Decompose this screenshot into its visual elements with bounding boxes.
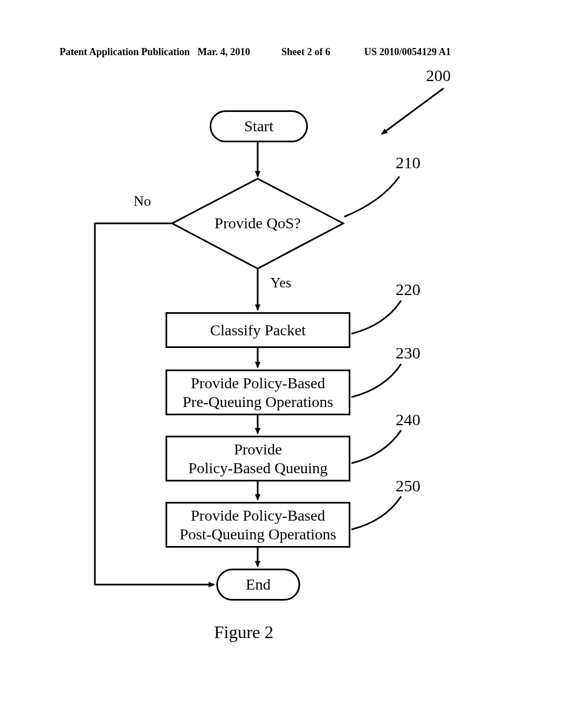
- figure-caption: Figure 2: [214, 622, 274, 643]
- ref-220: 220: [396, 280, 420, 299]
- ref-230: 230: [396, 344, 420, 362]
- process-line: Provide: [234, 440, 282, 459]
- label-no: No: [134, 193, 151, 210]
- svg-line-0: [382, 88, 444, 134]
- process-line: Post-Queuing Operations: [180, 525, 337, 544]
- process-line: Provide Policy-Based: [191, 506, 325, 525]
- flowchart: 200 Start Provide QoS? No Yes 210 Classi…: [73, 72, 492, 623]
- decision-provide-qos: Provide QoS?: [175, 179, 340, 267]
- process-line: Classify Packet: [210, 321, 306, 340]
- header-date: Mar. 4, 2010: [198, 46, 250, 58]
- process-line: Pre-Queuing Operations: [183, 393, 333, 411]
- process-line: Provide Policy-Based: [191, 374, 325, 393]
- process-line: Policy-Based Queuing: [188, 459, 328, 478]
- process-classify-packet: Classify Packet: [166, 312, 350, 348]
- ref-210: 210: [396, 153, 420, 172]
- header-left: Patent Application Publication: [60, 46, 190, 58]
- process-queuing: Provide Policy-Based Queuing: [166, 436, 350, 481]
- process-post-queuing: Provide Policy-Based Post-Queuing Operat…: [166, 502, 350, 548]
- ref-240: 240: [396, 410, 420, 429]
- ref-200: 200: [426, 66, 451, 85]
- process-pre-queuing: Provide Policy-Based Pre-Queuing Operati…: [166, 370, 350, 415]
- ref-250: 250: [396, 477, 420, 495]
- decision-label: Provide QoS?: [175, 179, 340, 267]
- terminal-start: Start: [210, 110, 308, 142]
- header-pubno: US 2010/0054129 A1: [364, 46, 451, 58]
- header-sheet: Sheet 2 of 6: [281, 46, 331, 58]
- label-yes: Yes: [270, 275, 291, 291]
- terminal-end: End: [216, 569, 300, 601]
